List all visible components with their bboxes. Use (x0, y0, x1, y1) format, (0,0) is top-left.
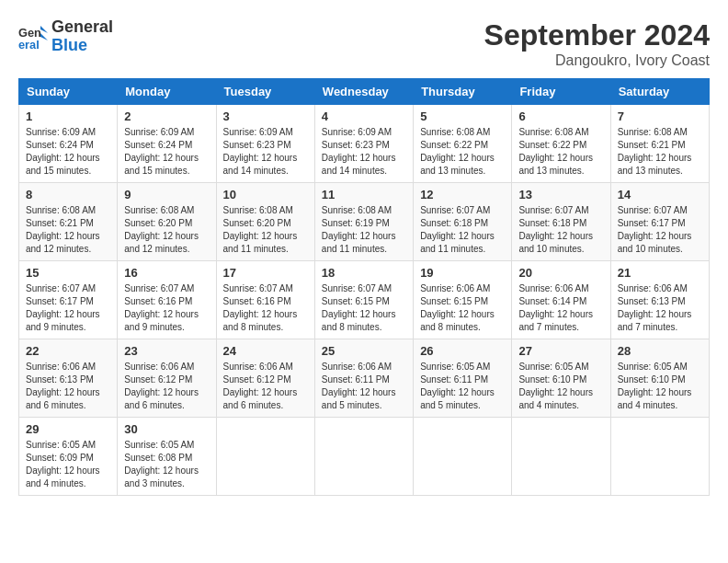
day-number: 23 (124, 344, 209, 358)
calendar-day-header: Monday (118, 79, 216, 105)
day-info: Sunrise: 6:05 AM Sunset: 6:09 PM Dayligh… (26, 439, 110, 490)
calendar-table: SundayMondayTuesdayWednesdayThursdayFrid… (18, 78, 710, 496)
day-info: Sunrise: 6:05 AM Sunset: 6:08 PM Dayligh… (124, 439, 209, 490)
logo-text: General Blue (51, 18, 113, 55)
calendar-day-cell: 14 Sunrise: 6:07 AM Sunset: 6:17 PM Dayl… (610, 183, 709, 261)
calendar-day-cell: 1 Sunrise: 6:09 AM Sunset: 6:24 PM Dayli… (19, 105, 118, 183)
day-info: Sunrise: 6:07 AM Sunset: 6:18 PM Dayligh… (420, 204, 505, 256)
day-info: Sunrise: 6:08 AM Sunset: 6:20 PM Dayligh… (124, 204, 209, 256)
day-info: Sunrise: 6:06 AM Sunset: 6:11 PM Dayligh… (322, 361, 406, 412)
day-info: Sunrise: 6:05 AM Sunset: 6:10 PM Dayligh… (618, 361, 702, 412)
calendar-day-cell: 7 Sunrise: 6:08 AM Sunset: 6:21 PM Dayli… (610, 105, 709, 183)
page-title: September 2024 (484, 18, 710, 52)
calendar-day-header: Friday (512, 79, 610, 105)
day-number: 30 (124, 422, 209, 436)
calendar-week-row: 22 Sunrise: 6:06 AM Sunset: 6:13 PM Dayl… (19, 339, 710, 418)
day-number: 24 (223, 344, 308, 358)
calendar-day-cell: 17 Sunrise: 6:07 AM Sunset: 6:16 PM Dayl… (216, 261, 314, 339)
calendar-empty-cell (216, 418, 314, 496)
calendar-day-cell: 18 Sunrise: 6:07 AM Sunset: 6:15 PM Dayl… (314, 261, 413, 339)
day-number: 20 (518, 266, 603, 280)
day-number: 7 (618, 109, 702, 123)
day-info: Sunrise: 6:07 AM Sunset: 6:17 PM Dayligh… (618, 204, 702, 256)
calendar-day-cell: 30 Sunrise: 6:05 AM Sunset: 6:08 PM Dayl… (118, 418, 216, 496)
calendar-day-cell: 3 Sunrise: 6:09 AM Sunset: 6:23 PM Dayli… (216, 105, 314, 183)
day-info: Sunrise: 6:09 AM Sunset: 6:23 PM Dayligh… (322, 126, 406, 178)
calendar-day-cell: 20 Sunrise: 6:06 AM Sunset: 6:14 PM Dayl… (512, 261, 610, 339)
day-info: Sunrise: 6:09 AM Sunset: 6:23 PM Dayligh… (223, 126, 308, 178)
calendar-day-cell: 11 Sunrise: 6:08 AM Sunset: 6:19 PM Dayl… (314, 183, 413, 261)
logo: Gen eral General Blue (18, 18, 113, 55)
day-number: 1 (26, 109, 110, 123)
calendar-day-cell: 6 Sunrise: 6:08 AM Sunset: 6:22 PM Dayli… (512, 105, 610, 183)
day-info: Sunrise: 6:06 AM Sunset: 6:12 PM Dayligh… (124, 361, 209, 412)
calendar-day-cell: 23 Sunrise: 6:06 AM Sunset: 6:12 PM Dayl… (118, 339, 216, 418)
day-number: 6 (518, 109, 603, 123)
day-info: Sunrise: 6:06 AM Sunset: 6:13 PM Dayligh… (26, 361, 110, 412)
day-info: Sunrise: 6:06 AM Sunset: 6:14 PM Dayligh… (518, 282, 603, 334)
day-number: 12 (420, 188, 505, 201)
day-info: Sunrise: 6:08 AM Sunset: 6:19 PM Dayligh… (322, 204, 406, 256)
calendar-week-row: 8 Sunrise: 6:08 AM Sunset: 6:21 PM Dayli… (19, 183, 710, 261)
calendar-week-row: 29 Sunrise: 6:05 AM Sunset: 6:09 PM Dayl… (19, 418, 710, 496)
calendar-day-header: Sunday (19, 79, 118, 105)
calendar-day-cell: 21 Sunrise: 6:06 AM Sunset: 6:13 PM Dayl… (610, 261, 709, 339)
calendar-day-cell: 2 Sunrise: 6:09 AM Sunset: 6:24 PM Dayli… (118, 105, 216, 183)
logo-icon: Gen eral (18, 22, 48, 52)
day-info: Sunrise: 6:07 AM Sunset: 6:15 PM Dayligh… (322, 282, 406, 334)
day-info: Sunrise: 6:05 AM Sunset: 6:11 PM Dayligh… (420, 361, 505, 412)
day-info: Sunrise: 6:07 AM Sunset: 6:17 PM Dayligh… (26, 282, 110, 334)
calendar-empty-cell (314, 418, 413, 496)
day-info: Sunrise: 6:08 AM Sunset: 6:20 PM Dayligh… (223, 204, 308, 256)
calendar-day-header: Thursday (414, 79, 512, 105)
calendar-day-cell: 15 Sunrise: 6:07 AM Sunset: 6:17 PM Dayl… (19, 261, 118, 339)
day-number: 14 (618, 188, 702, 201)
day-info: Sunrise: 6:06 AM Sunset: 6:13 PM Dayligh… (618, 282, 702, 334)
logo-line2: Blue (51, 37, 113, 55)
page-subtitle: Dangoukro, Ivory Coast (484, 52, 710, 69)
day-info: Sunrise: 6:06 AM Sunset: 6:15 PM Dayligh… (420, 282, 505, 334)
day-info: Sunrise: 6:07 AM Sunset: 6:16 PM Dayligh… (124, 282, 209, 334)
calendar-day-cell: 16 Sunrise: 6:07 AM Sunset: 6:16 PM Dayl… (118, 261, 216, 339)
calendar-empty-cell (512, 418, 610, 496)
calendar-day-cell: 12 Sunrise: 6:07 AM Sunset: 6:18 PM Dayl… (414, 183, 512, 261)
day-number: 16 (124, 266, 209, 280)
day-number: 11 (322, 188, 406, 201)
svg-marker-3 (40, 33, 48, 40)
calendar-header-row: SundayMondayTuesdayWednesdayThursdayFrid… (19, 79, 710, 105)
day-info: Sunrise: 6:05 AM Sunset: 6:10 PM Dayligh… (518, 361, 603, 412)
logo-line1: General (51, 18, 113, 37)
calendar-day-cell: 24 Sunrise: 6:06 AM Sunset: 6:12 PM Dayl… (216, 339, 314, 418)
title-block: September 2024 Dangoukro, Ivory Coast (484, 18, 710, 69)
day-number: 5 (420, 109, 505, 123)
day-info: Sunrise: 6:07 AM Sunset: 6:18 PM Dayligh… (518, 204, 603, 256)
day-number: 29 (26, 422, 110, 436)
day-number: 27 (518, 344, 603, 358)
calendar-day-cell: 9 Sunrise: 6:08 AM Sunset: 6:20 PM Dayli… (118, 183, 216, 261)
day-number: 4 (322, 109, 406, 123)
day-number: 26 (420, 344, 505, 358)
day-number: 17 (223, 266, 308, 280)
day-info: Sunrise: 6:08 AM Sunset: 6:22 PM Dayligh… (420, 126, 505, 178)
day-info: Sunrise: 6:08 AM Sunset: 6:22 PM Dayligh… (518, 126, 603, 178)
calendar-week-row: 15 Sunrise: 6:07 AM Sunset: 6:17 PM Dayl… (19, 261, 710, 339)
calendar-day-header: Tuesday (216, 79, 314, 105)
calendar-day-cell: 28 Sunrise: 6:05 AM Sunset: 6:10 PM Dayl… (610, 339, 709, 418)
day-number: 2 (124, 109, 209, 123)
day-number: 18 (322, 266, 406, 280)
svg-marker-2 (40, 26, 48, 33)
calendar-week-row: 1 Sunrise: 6:09 AM Sunset: 6:24 PM Dayli… (19, 105, 710, 183)
day-number: 15 (26, 266, 110, 280)
day-info: Sunrise: 6:08 AM Sunset: 6:21 PM Dayligh… (26, 204, 110, 256)
calendar-day-cell: 13 Sunrise: 6:07 AM Sunset: 6:18 PM Dayl… (512, 183, 610, 261)
day-info: Sunrise: 6:09 AM Sunset: 6:24 PM Dayligh… (26, 126, 110, 178)
day-number: 19 (420, 266, 505, 280)
calendar-day-cell: 25 Sunrise: 6:06 AM Sunset: 6:11 PM Dayl… (314, 339, 413, 418)
day-number: 9 (124, 188, 209, 201)
calendar-day-cell: 8 Sunrise: 6:08 AM Sunset: 6:21 PM Dayli… (19, 183, 118, 261)
day-number: 3 (223, 109, 308, 123)
day-number: 8 (26, 188, 110, 201)
day-number: 13 (518, 188, 603, 201)
calendar-day-header: Saturday (610, 79, 709, 105)
day-info: Sunrise: 6:06 AM Sunset: 6:12 PM Dayligh… (223, 361, 308, 412)
